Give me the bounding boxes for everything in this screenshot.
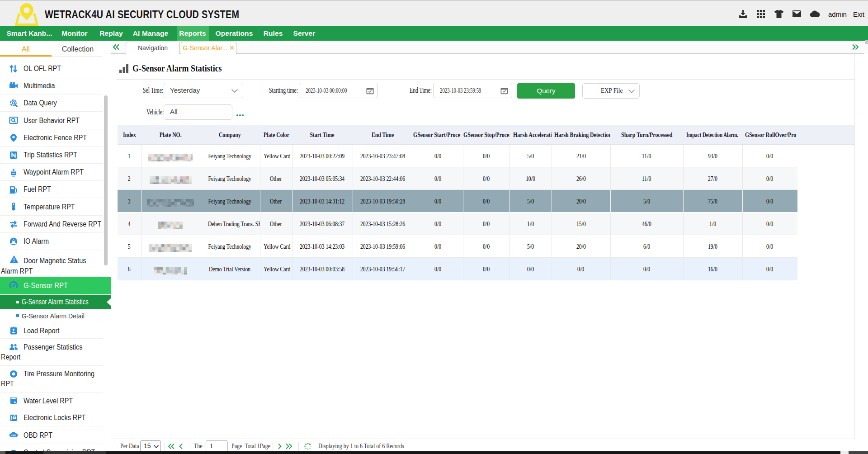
svg-text:OBD: OBD <box>11 435 16 437</box>
